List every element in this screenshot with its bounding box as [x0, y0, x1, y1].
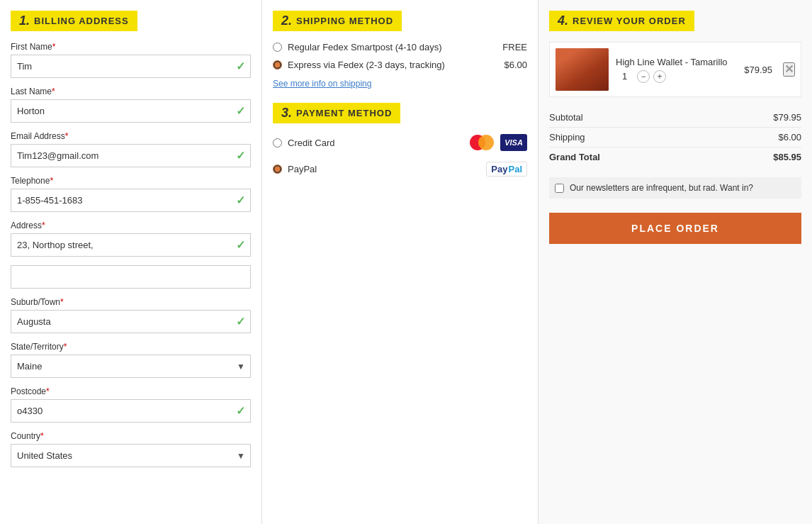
- telephone-input[interactable]: [11, 189, 251, 212]
- product-details: High Line Wallet - Tamarillo 1 − +: [616, 57, 737, 83]
- telephone-label: Telephone*: [11, 176, 251, 186]
- payment-option-paypal: PayPal PayPal: [273, 162, 527, 177]
- billing-number: 1.: [19, 13, 30, 28]
- review-number: 4.: [558, 13, 568, 28]
- payment-header: 3. PAYMENT METHOD: [273, 103, 527, 123]
- shipping-value: $6.00: [778, 132, 801, 143]
- shipping-label: Shipping: [549, 132, 585, 143]
- payment-title: PAYMENT METHOD: [296, 108, 392, 118]
- product-price: $79.95: [744, 65, 772, 75]
- suburb-label: Suburb/Town*: [11, 297, 251, 307]
- subtotal-row: Subtotal $79.95: [549, 108, 801, 128]
- shipping-option-regular: Regular Fedex Smartpost (4-10 days) FREE: [273, 42, 527, 52]
- grand-total-value: $85.95: [773, 152, 801, 162]
- grand-total-label: Grand Total: [549, 152, 600, 162]
- postcode-check: ✓: [236, 404, 245, 418]
- qty-value: 1: [616, 71, 633, 82]
- shipping-payment-section: 2. SHIPPING METHOD Regular Fedex Smartpo…: [262, 0, 538, 524]
- see-more-shipping-link[interactable]: See more info on shipping: [273, 79, 371, 89]
- shipping-label-regular: Regular Fedex Smartpost (4-10 days): [288, 42, 441, 52]
- newsletter-checkbox[interactable]: [555, 184, 564, 193]
- first-name-input[interactable]: [11, 55, 251, 78]
- visa-icon: VISA: [500, 134, 527, 151]
- shipping-price-regular: FREE: [502, 42, 527, 52]
- product-row: High Line Wallet - Tamarillo 1 − + $79.9…: [549, 42, 801, 97]
- credit-card-icons: VISA: [470, 134, 527, 151]
- last-name-check: ✓: [236, 104, 245, 118]
- state-label: State/Territory*: [11, 342, 251, 352]
- address2-input[interactable]: [11, 265, 251, 289]
- postcode-input[interactable]: [11, 399, 251, 423]
- qty-increase-button[interactable]: +: [653, 70, 666, 83]
- telephone-check: ✓: [236, 194, 245, 207]
- payment-label-credit: Credit Card: [288, 138, 334, 148]
- last-name-input[interactable]: [11, 99, 251, 123]
- payment-radio-paypal[interactable]: [273, 165, 282, 174]
- qty-decrease-button[interactable]: −: [637, 70, 650, 83]
- payment-label-paypal: PayPal: [288, 164, 317, 174]
- newsletter-label: Our newsletters are infrequent, but rad.…: [570, 183, 753, 193]
- review-section: 4. REVIEW YOUR ORDER High Line Wallet - …: [538, 0, 812, 524]
- email-label: Email Address*: [11, 131, 251, 141]
- shipping-option-express: Express via Fedex (2-3 days, tracking) $…: [273, 60, 527, 70]
- payment-radio-credit[interactable]: [273, 138, 282, 147]
- address2-group: [11, 265, 251, 289]
- product-image: [556, 48, 609, 91]
- country-label: Country*: [11, 431, 251, 441]
- totals-table: Subtotal $79.95 Shipping $6.00 Grand Tot…: [549, 108, 801, 167]
- state-group: State/Territory* Maine Alabama Californi…: [11, 342, 251, 378]
- telephone-group: Telephone* ✓: [11, 176, 251, 212]
- paypal-icon: PayPal: [486, 162, 527, 177]
- billing-header: 1. BILLING ADDRESS: [11, 11, 251, 31]
- address-label: Address*: [11, 221, 251, 230]
- postcode-group: Postcode* ✓: [11, 386, 251, 423]
- last-name-group: Last Name* ✓: [11, 87, 251, 123]
- country-select[interactable]: United States Canada United Kingdom Aust…: [11, 444, 251, 467]
- suburb-group: Suburb/Town* ✓: [11, 297, 251, 333]
- shipping-header: 2. SHIPPING METHOD: [273, 11, 527, 31]
- first-name-check: ✓: [236, 60, 245, 73]
- last-name-label: Last Name*: [11, 87, 251, 96]
- payment-option-credit: Credit Card VISA: [273, 134, 527, 151]
- shipping-radio-express[interactable]: [273, 60, 282, 69]
- email-check: ✓: [236, 149, 245, 162]
- billing-title: BILLING ADDRESS: [34, 16, 129, 26]
- billing-section: 1. BILLING ADDRESS First Name* ✓ Last Na…: [0, 0, 262, 524]
- email-input[interactable]: [11, 144, 251, 167]
- address1-group: Address* ✓: [11, 221, 251, 257]
- suburb-check: ✓: [236, 315, 245, 328]
- payment-number: 3.: [281, 106, 292, 121]
- newsletter-row: Our newsletters are infrequent, but rad.…: [549, 177, 801, 199]
- country-group: Country* United States Canada United Kin…: [11, 431, 251, 467]
- subtotal-value: $79.95: [773, 112, 801, 123]
- grand-total-row: Grand Total $85.95: [549, 147, 801, 167]
- qty-controls: 1 − +: [616, 70, 737, 83]
- mastercard-icon: [470, 134, 497, 151]
- email-group: Email Address* ✓: [11, 131, 251, 167]
- shipping-label-express: Express via Fedex (2-3 days, tracking): [288, 60, 445, 70]
- remove-product-button[interactable]: ✕: [783, 62, 795, 77]
- review-header: 4. REVIEW YOUR ORDER: [549, 11, 801, 31]
- address1-input[interactable]: [11, 233, 251, 257]
- state-select[interactable]: Maine Alabama California New York Texas: [11, 355, 251, 378]
- first-name-label: First Name*: [11, 42, 251, 52]
- shipping-radio-regular[interactable]: [273, 43, 282, 52]
- place-order-button[interactable]: PLACE ORDER: [549, 213, 801, 244]
- review-title: REVIEW YOUR ORDER: [573, 16, 686, 26]
- shipping-price-express: $6.00: [504, 60, 527, 70]
- product-name: High Line Wallet - Tamarillo: [616, 57, 737, 67]
- suburb-input[interactable]: [11, 310, 251, 333]
- shipping-row: Shipping $6.00: [549, 128, 801, 147]
- postcode-label: Postcode*: [11, 386, 251, 396]
- address1-check: ✓: [236, 238, 245, 252]
- first-name-group: First Name* ✓: [11, 42, 251, 78]
- shipping-title: SHIPPING METHOD: [296, 16, 393, 26]
- subtotal-label: Subtotal: [549, 112, 583, 123]
- shipping-number: 2.: [281, 13, 292, 28]
